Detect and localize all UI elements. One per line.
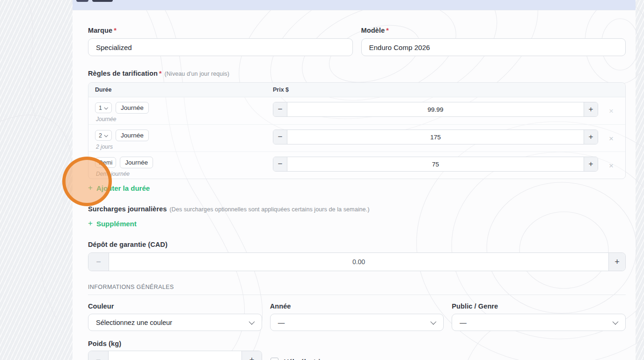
decrement-button[interactable]: − [273,130,287,144]
quantity-select[interactable]: 1 [95,102,112,113]
surcharges-label: Surcharges journalières(Des surcharges o… [88,205,626,213]
duration-cell: 1 Journée Journée [95,102,273,122]
remove-row-icon[interactable]: × [609,108,614,115]
audience-label: Public / Genre [452,302,626,310]
column-header-duration: Durée [88,86,273,93]
decrement-button[interactable]: − [88,351,109,360]
increment-button[interactable]: + [584,157,598,171]
pricing-rules-label: Règles de tarification*(Niveau d'un jour… [88,70,626,77]
ebike-checkbox[interactable] [271,358,278,360]
pricing-table-header: Durée Prix $ [88,83,625,97]
color-select[interactable]: Sélectionnez une couleur [88,314,262,331]
required-asterisk: * [159,70,162,77]
brand-field-group: Marque* Specialized [88,27,353,56]
add-supplement-button[interactable]: + Supplément [88,219,137,228]
required-asterisk: * [386,27,389,34]
duration-caption: 2 jours [96,144,273,150]
deposit-stepper: − 0.00 + [88,252,626,271]
duration-cell: Demi Journée Demi-journée [95,157,273,177]
brand-input[interactable]: Specialized [88,38,353,56]
weight-input[interactable]: — [109,351,242,360]
price-input[interactable]: 75 [287,157,584,171]
decrement-button[interactable]: − [88,253,109,271]
decrement-button[interactable]: − [273,102,287,116]
audience-field-group: Public / Genre — [452,302,626,331]
pricing-row: Demi Journée Demi-journée − 75 + × [88,151,625,179]
price-input[interactable]: 175 [287,130,584,144]
year-label: Année [270,302,444,310]
quantity-select[interactable]: Demi [95,157,116,168]
clipped-toolbar-remnant [92,0,113,2]
unit-badge[interactable]: Journée [120,157,153,168]
chevron-down-icon [104,133,108,137]
remove-row-icon[interactable]: × [609,135,614,143]
chevron-down-icon [431,319,437,325]
pricing-table: Durée Prix $ 1 Journée Journée − 99.99 + [88,82,626,179]
weight-field-group: Poids (kg) − — + [88,340,262,360]
price-input[interactable]: 99.99 [287,102,584,116]
weight-stepper: − — + [88,351,262,360]
increment-button[interactable]: + [242,351,262,360]
model-label: Modèle* [361,27,626,34]
year-field-group: Année — [270,302,444,331]
pricing-row: 1 Journée Journée − 99.99 + × [88,97,625,124]
duration-caption: Demi-journée [96,171,273,177]
unit-badge[interactable]: Journée [116,130,149,141]
required-asterisk: * [114,27,117,34]
price-stepper: − 99.99 + [273,102,598,117]
price-stepper: − 175 + [273,130,598,144]
chevron-down-icon [249,319,255,325]
page-gutter-right [636,0,644,360]
clipped-toolbar-remnant [76,0,88,2]
ebike-checkbox-group: Vélo électrique [271,358,332,360]
deposit-label: Dépôt de garantie (CAD) [88,241,626,248]
price-cell: − 75 + × [273,157,622,172]
price-cell: − 99.99 + × [273,102,622,117]
plus-icon: + [88,219,93,228]
increment-button[interactable]: + [584,102,598,116]
model-input[interactable]: Enduro Comp 2026 [361,38,626,56]
deposit-input[interactable]: 0.00 [109,253,608,271]
chevron-down-icon [613,319,619,325]
audience-select[interactable]: — [452,314,626,331]
duration-caption: Journée [96,116,273,122]
general-info-section-title: INFORMATIONS GÉNÉRALES [88,284,626,295]
model-field-group: Modèle* Enduro Comp 2026 [361,27,626,56]
clipped-top-toolbar [73,0,636,10]
weight-label: Poids (kg) [88,340,262,347]
pricing-rules-hint: (Niveau d'un jour requis) [165,71,229,77]
price-stepper: − 75 + [273,157,598,172]
add-duration-button[interactable]: + Ajouter la durée [88,183,150,193]
ebike-label: Vélo électrique [284,358,332,360]
plus-icon: + [88,183,93,193]
decrement-button[interactable]: − [273,157,287,171]
price-cell: − 175 + × [273,130,622,144]
quantity-select[interactable]: 2 [95,130,112,141]
column-header-price: Prix $ [273,86,625,93]
page-gutter-left [0,0,73,360]
remove-row-icon[interactable]: × [609,162,614,170]
chevron-down-icon [104,106,108,109]
surcharges-hint: (Des surcharges optionnelles sont appliq… [169,206,369,213]
color-label: Couleur [88,302,262,310]
year-select[interactable]: — [270,314,444,331]
increment-button[interactable]: + [584,130,598,144]
increment-button[interactable]: + [608,253,625,271]
brand-label: Marque* [88,27,353,34]
duration-cell: 2 Journée 2 jours [95,130,273,150]
pricing-row: 2 Journée 2 jours − 175 + × [88,124,625,151]
unit-badge[interactable]: Journée [116,102,149,114]
color-field-group: Couleur Sélectionnez une couleur [88,302,262,331]
